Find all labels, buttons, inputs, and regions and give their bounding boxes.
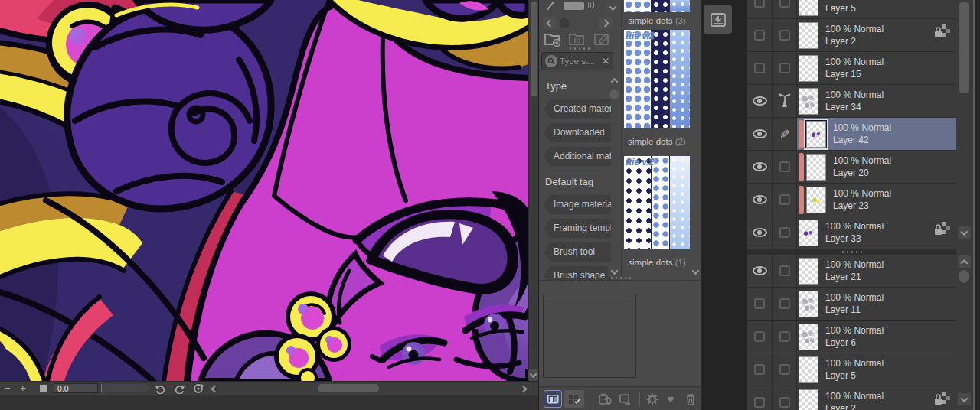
grid-view-button[interactable] (564, 390, 584, 408)
layer-thumbnail[interactable] (799, 220, 818, 246)
history-forward-button[interactable] (598, 17, 612, 29)
layers2-scroll-down-button[interactable] (958, 393, 971, 405)
layer-thumbnail[interactable] (799, 389, 818, 410)
tag-framing-template[interactable]: Framing template (544, 219, 611, 238)
layers-panel-splitter[interactable] (747, 249, 956, 255)
rotation-slider[interactable] (103, 384, 149, 392)
new-folder-button[interactable] (542, 31, 563, 47)
history-back-button[interactable] (543, 17, 557, 29)
search-input[interactable] (560, 57, 602, 66)
tag-list-scrollbar-thumb[interactable] (609, 89, 619, 99)
layer-row-selected[interactable]: ✎ 100 % NormalLayer 42 (747, 118, 956, 151)
layer-row[interactable]: 100 % NormalLayer 23 (747, 184, 956, 216)
zoom-out-button[interactable]: − (5, 382, 11, 395)
list-view-button[interactable] (544, 390, 562, 408)
tag-list-scroll-down-button[interactable] (608, 265, 620, 278)
layers2-scroll-up-button[interactable] (958, 255, 971, 268)
layer-visibility-toggle[interactable] (747, 184, 773, 216)
layer-thumbnail[interactable] (799, 324, 818, 350)
layer-edit-cell[interactable] (773, 52, 797, 84)
layer-edit-cell[interactable] (773, 184, 797, 216)
layer-row[interactable]: 100 % NormalLayer 11 (747, 288, 956, 321)
layer-thumbnail[interactable] (799, 291, 818, 317)
canvas-area[interactable]: − + (0, 0, 538, 410)
material-thumbnail[interactable]: ttie v.2 (624, 156, 690, 249)
layer-visibility-toggle[interactable] (747, 0, 773, 18)
material-thumbnail[interactable]: ttie v.2 (624, 30, 690, 128)
layer-thumbnail[interactable] (806, 121, 826, 148)
layer-row[interactable]: 100 % NormalLayer 6 (747, 321, 956, 353)
layers-scroll-down-button[interactable] (958, 226, 971, 239)
edit-folder-button[interactable] (591, 31, 612, 47)
layer-visibility-toggle[interactable] (747, 85, 773, 117)
layer-row[interactable]: 100 % NormalLayer 5 (747, 353, 956, 386)
layer-edit-cell[interactable] (773, 151, 797, 183)
layer-edit-cell[interactable]: ✎ (773, 118, 797, 150)
material-label[interactable]: simple dots (2) (624, 137, 690, 146)
fit-to-window-button[interactable] (40, 385, 47, 392)
material-thumbnail-partial[interactable] (624, 0, 690, 12)
canvas-horizontal-scrollbar-thumb[interactable] (318, 384, 379, 392)
material-label[interactable]: simple dots (3) (624, 16, 690, 25)
layer-visibility-toggle[interactable] (747, 288, 773, 320)
layer-edit-cell[interactable] (773, 353, 797, 386)
layer-row[interactable]: 100 % NormalLayer 20 (747, 151, 956, 184)
tag-additional-material[interactable]: Additional material (544, 147, 611, 166)
layer-thumbnail[interactable] (799, 22, 818, 49)
layer-row[interactable]: 100 % NormalLayer 2 (747, 19, 956, 52)
layer-row[interactable]: 100 % NormalLayer 33 (747, 216, 956, 249)
tag-brush-shape[interactable]: Brush shape (544, 266, 611, 280)
layer-edit-cell[interactable] (773, 321, 797, 353)
layer-edit-cell[interactable] (773, 386, 797, 410)
layers-scrollbar-thumb[interactable] (959, 2, 969, 93)
layer-edit-cell[interactable] (773, 255, 797, 287)
layer-thumbnail[interactable] (799, 88, 818, 115)
layer-thumbnail[interactable] (799, 356, 818, 383)
layer-row[interactable]: 100 % NormalLayer 5 (747, 0, 956, 19)
undo-button[interactable] (153, 383, 167, 394)
layer-edit-cell[interactable] (773, 0, 797, 18)
rotation-value-field[interactable] (54, 383, 98, 393)
tag-brush-tool[interactable]: Brush tool (544, 242, 611, 262)
trash-icon[interactable] (682, 390, 699, 408)
layer-visibility-toggle[interactable] (747, 52, 773, 84)
register-material-button[interactable] (616, 390, 635, 408)
layer-visibility-toggle[interactable] (747, 255, 773, 287)
layer-edit-cell[interactable] (773, 85, 797, 117)
layer-row[interactable]: 100 % NormalLayer 15 (747, 52, 956, 85)
tag-downloaded[interactable]: Downloaded (544, 123, 611, 142)
layer-visibility-toggle[interactable] (747, 353, 773, 386)
layer-edit-cell[interactable] (773, 216, 797, 249)
canvas-scroll-down-button[interactable] (528, 369, 538, 381)
layer-thumbnail[interactable] (799, 258, 818, 285)
material-label[interactable]: simple dots (1) (624, 258, 690, 267)
canvas-vertical-scrollbar[interactable] (528, 0, 538, 381)
zoom-in-button[interactable]: + (20, 382, 26, 395)
layer-visibility-toggle[interactable] (747, 151, 773, 183)
layer-edit-cell[interactable] (773, 19, 797, 51)
tag-created-material[interactable]: Created material (544, 99, 611, 119)
canvas-artwork[interactable] (0, 0, 528, 381)
tag-image-material[interactable]: Image material (544, 195, 611, 214)
material-search-box[interactable]: ✕ (541, 52, 613, 70)
reset-rotation-button[interactable] (191, 383, 205, 394)
gear-icon[interactable] (644, 390, 661, 408)
panel-resize-dots[interactable] (568, 47, 591, 50)
layer-visibility-toggle[interactable] (747, 19, 773, 51)
tool-swatch[interactable] (564, 2, 584, 10)
layer-row[interactable]: 100 % NormalLayer 34 (747, 85, 956, 118)
layer-visibility-toggle[interactable] (747, 321, 773, 353)
layer-thumbnail[interactable] (799, 55, 818, 82)
canvas-scroll-left-button[interactable] (207, 383, 221, 394)
heart-icon[interactable]: ♥ (662, 390, 679, 408)
layer-row[interactable]: 100 % NormalLayer 2 (747, 386, 956, 410)
download-materials-button[interactable] (704, 5, 732, 34)
layer-row[interactable]: 100 % NormalLayer 21 (747, 255, 956, 288)
panel-resize-dots[interactable] (609, 277, 632, 279)
redo-button[interactable] (173, 383, 187, 394)
canvas-vertical-scrollbar-thumb[interactable] (531, 2, 537, 96)
clear-search-icon[interactable]: ✕ (602, 56, 609, 67)
layer-thumbnail[interactable] (806, 154, 826, 181)
layers2-scrollbar-thumb[interactable] (959, 270, 969, 283)
collapse-section-button[interactable] (606, 2, 619, 14)
